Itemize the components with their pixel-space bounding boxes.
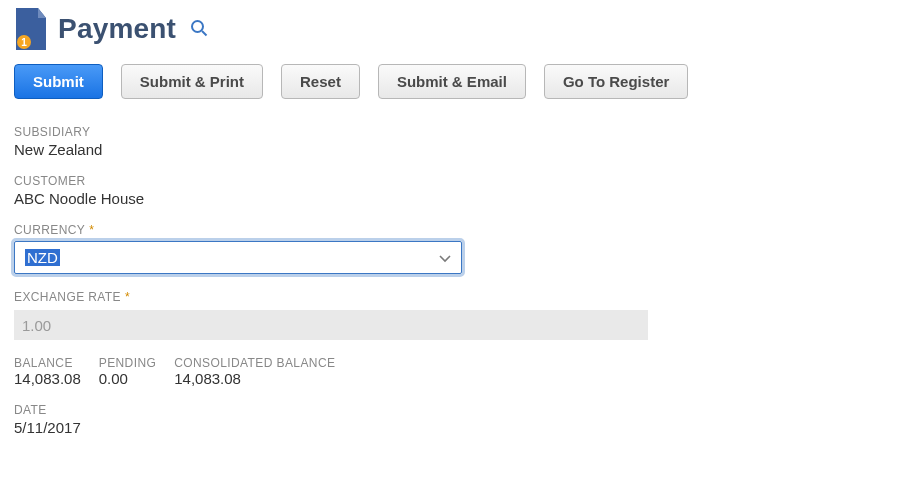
exchange-rate-input <box>14 310 648 340</box>
required-asterisk: * <box>125 290 130 304</box>
search-icon[interactable] <box>190 19 208 40</box>
balance-label: BALANCE <box>14 356 81 370</box>
currency-label-text: CURRENCY <box>14 223 85 237</box>
currency-value: NZD <box>25 249 60 266</box>
subsidiary-label: SUBSIDIARY <box>14 125 909 139</box>
pending-cell: PENDING 0.00 <box>99 356 156 387</box>
date-value: 5/11/2017 <box>14 419 909 436</box>
consolidated-label: CONSOLIDATED BALANCE <box>174 356 335 370</box>
pending-label: PENDING <box>99 356 156 370</box>
submit-email-button[interactable]: Submit & Email <box>378 64 526 99</box>
go-to-register-button[interactable]: Go To Register <box>544 64 688 99</box>
customer-label: CUSTOMER <box>14 174 909 188</box>
currency-select[interactable]: NZD <box>14 241 462 274</box>
customer-field: CUSTOMER ABC Noodle House <box>14 174 909 207</box>
action-toolbar: Submit Submit & Print Reset Submit & Ema… <box>14 64 909 99</box>
consolidated-cell: CONSOLIDATED BALANCE 14,083.08 <box>174 356 335 387</box>
balance-cell: BALANCE 14,083.08 <box>14 356 81 387</box>
currency-field: CURRENCY* NZD <box>14 223 909 274</box>
submit-print-button[interactable]: Submit & Print <box>121 64 263 99</box>
consolidated-value: 14,083.08 <box>174 370 335 387</box>
exchange-rate-field: EXCHANGE RATE* <box>14 290 909 340</box>
chevron-down-icon <box>439 250 451 266</box>
subsidiary-value: New Zealand <box>14 141 909 158</box>
exchange-rate-label-text: EXCHANGE RATE <box>14 290 121 304</box>
page-header: 1 Payment <box>14 8 909 50</box>
subsidiary-field: SUBSIDIARY New Zealand <box>14 125 909 158</box>
reset-button[interactable]: Reset <box>281 64 360 99</box>
balance-row: BALANCE 14,083.08 PENDING 0.00 CONSOLIDA… <box>14 356 909 387</box>
pending-value: 0.00 <box>99 370 156 387</box>
svg-point-2 <box>192 21 203 32</box>
svg-text:1: 1 <box>21 37 27 48</box>
document-icon: 1 <box>14 8 48 50</box>
svg-line-3 <box>202 31 207 36</box>
date-field: DATE 5/11/2017 <box>14 403 909 436</box>
page-title: Payment <box>58 13 176 45</box>
submit-button[interactable]: Submit <box>14 64 103 99</box>
customer-value: ABC Noodle House <box>14 190 909 207</box>
exchange-rate-label: EXCHANGE RATE* <box>14 290 909 304</box>
required-asterisk: * <box>89 223 94 237</box>
date-label: DATE <box>14 403 909 417</box>
balance-value: 14,083.08 <box>14 370 81 387</box>
currency-label: CURRENCY* <box>14 223 909 237</box>
